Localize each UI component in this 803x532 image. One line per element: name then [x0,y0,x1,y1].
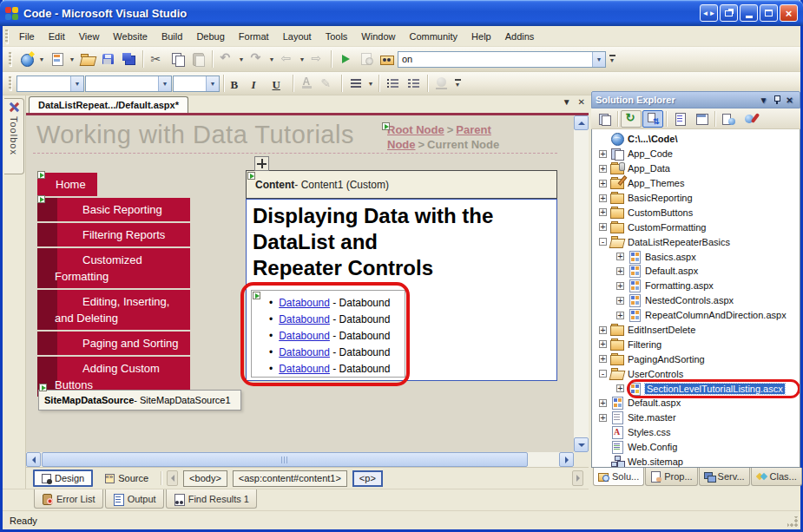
close-button[interactable]: × [780,4,798,22]
toolbar-options-button[interactable]: ▼ [607,50,617,68]
view-in-browser-button[interactable] [356,49,376,69]
navigate-forward-button[interactable] [307,49,327,69]
document-list-dropdown[interactable]: ▼ [563,97,571,107]
close-panel-button[interactable]: ✕ [783,94,796,106]
tree-expander-icon[interactable]: + [599,165,607,173]
numbered-list-button[interactable] [404,74,424,93]
new-website-button[interactable] [16,49,36,69]
scrollbar-thumb[interactable] [42,452,528,467]
menu-addins[interactable]: Addins [498,28,542,45]
tree-expander-icon[interactable]: + [599,180,607,187]
menu-debug[interactable]: Debug [189,28,231,45]
breadcrumb-root-link[interactable]: Root Node [387,123,444,136]
refresh-button[interactable] [621,110,642,128]
tab-class-view[interactable]: Clas... [751,468,802,486]
align-button[interactable] [346,74,365,93]
tree-item-selected[interactable]: +SectionLevelTutorialListing.ascx [592,381,800,396]
tree-item[interactable]: +Formatting.aspx [592,279,800,293]
view-designer-button[interactable] [691,110,712,128]
tree-expander-icon[interactable]: + [616,253,624,260]
tag-aspcontent-button[interactable]: <asp:content#content1> [233,470,347,487]
tree-item[interactable]: -DataListRepeaterBasics [592,234,800,249]
block-format-combo[interactable]: ▼ [16,76,84,92]
font-name-dropdown[interactable]: ▼ [158,76,171,91]
document-tab[interactable]: DataListRepeat.../Default.aspx* [29,96,188,113]
tree-item[interactable]: +App_Themes [592,176,800,191]
tree-expander-icon[interactable]: - [599,370,607,378]
find-combo[interactable]: on ▼ [398,51,606,68]
menu-layout[interactable]: Layout [276,28,319,45]
add-new-item-button[interactable] [47,49,67,69]
tab-properties[interactable]: Prop... [645,468,697,486]
cut-button[interactable] [147,49,167,69]
font-color-button[interactable] [297,74,317,93]
tree-expander-icon[interactable]: + [616,267,624,275]
nav-menu-item[interactable]: Filtering Reports [37,223,190,246]
move-handle-icon[interactable] [254,156,269,171]
start-debugging-button[interactable] [335,49,355,69]
toolbar-grip[interactable] [9,76,11,90]
menu-community[interactable]: Community [402,28,464,45]
tab-output[interactable]: Output [105,489,164,509]
tree-expander-icon[interactable]: + [599,355,607,363]
nav-menu-item[interactable]: Customized Formatting [37,248,190,288]
close-document-button[interactable]: ✕ [578,97,585,107]
menu-edit[interactable]: Edit [42,28,72,45]
vertical-scrollbar[interactable] [574,115,589,452]
tree-item[interactable]: +EditInsertDelete [592,323,800,338]
tree-item[interactable]: +NestedControls.aspx [592,293,800,308]
menu-tools[interactable]: Tools [319,28,355,45]
tree-item[interactable]: Web.Config [592,440,800,455]
tree-expander-icon[interactable]: + [599,223,607,231]
find-combo-dropdown[interactable]: ▼ [592,52,605,67]
view-code-button[interactable] [669,110,690,128]
toolbox-tab[interactable]: Toolbox [4,98,24,174]
tree-expander-icon[interactable]: + [616,312,624,319]
highlight-button[interactable] [318,74,338,93]
tree-item[interactable]: Styles.css [592,425,800,440]
sitemapdatasource-label[interactable]: SiteMapDataSource - SiteMapDataSource1 [38,390,241,410]
tree-expander-icon[interactable]: + [599,399,607,407]
tree-item[interactable]: +CustomButtons [592,205,800,220]
tree-expander-icon[interactable]: + [599,208,607,216]
navigate-backward-dropdown[interactable]: ▼ [298,56,306,62]
design-view-button[interactable]: Design [33,470,93,487]
tree-item[interactable]: +App_Data [592,161,800,176]
tree-item[interactable]: +Basics.aspx [592,249,800,264]
tree-item[interactable]: C:\...\Code\ [592,132,800,147]
tree-item[interactable]: -UserControls [592,366,800,381]
nav-menu-item[interactable]: Basic Reporting [37,198,190,221]
title-arrows-button[interactable]: ◄► [700,4,718,22]
scroll-right-button[interactable] [559,452,574,467]
redo-button[interactable] [247,49,267,69]
menu-file[interactable]: File [12,28,42,45]
tree-item[interactable]: +CustomFormatting [592,220,800,234]
new-website-dropdown[interactable]: ▼ [37,56,46,62]
toolbar-options-button[interactable]: ▼ [452,75,463,92]
tree-expander-icon[interactable]: + [599,150,607,158]
content-control-header[interactable]: Content - Content1 (Custom) [246,170,557,199]
toolbar-grip[interactable] [9,52,11,66]
design-surface[interactable]: Working with Data Tutorials Root Node>Pa… [26,113,589,467]
scroll-up-button[interactable] [574,115,589,130]
tree-item[interactable]: +RepeatColumnAndDirection.aspx [592,308,800,323]
tag-scroll-left-button[interactable] [167,470,178,486]
underline-button[interactable] [269,74,289,93]
tab-error-list[interactable]: Error List [34,489,103,509]
menu-view[interactable]: View [72,28,107,45]
undo-button[interactable] [216,49,236,69]
nav-menu-item[interactable]: Paging and Sorting [37,332,190,355]
window-position-dropdown[interactable]: ▼ [757,94,770,106]
open-file-button[interactable] [77,49,97,69]
tree-item[interactable]: +BasicReporting [592,191,800,206]
find-in-files-button[interactable] [377,49,397,69]
redo-dropdown[interactable]: ▼ [267,56,276,62]
font-size-dropdown[interactable]: ▼ [206,76,219,91]
menu-format[interactable]: Format [232,28,276,45]
nest-related-files-button[interactable] [642,110,663,128]
tree-expander-icon[interactable]: + [616,384,624,392]
tree-item[interactable]: +Default.aspx [592,264,800,279]
minimize-button[interactable] [740,4,758,22]
undo-dropdown[interactable]: ▼ [237,56,246,62]
maximize-button[interactable] [760,4,778,22]
